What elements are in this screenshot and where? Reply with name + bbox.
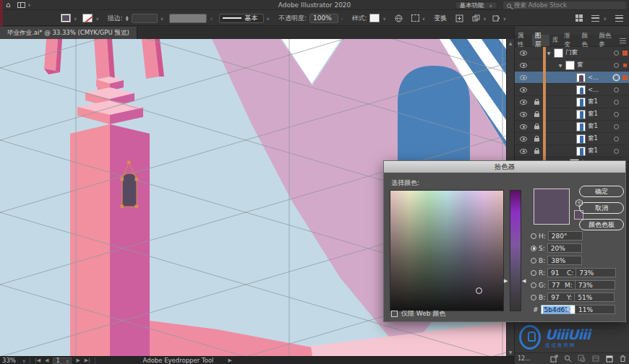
tab-properties[interactable]: 属性	[515, 35, 532, 46]
b-field[interactable]: 38%	[547, 256, 582, 265]
chevron-down-icon[interactable]: ∨	[22, 358, 25, 363]
collect-for-export-icon[interactable]	[550, 355, 558, 363]
color-swatches-button[interactable]: 颜色色板	[579, 219, 624, 230]
document-tab[interactable]: 毕业作业.ai* @ 33.33% (CMYK/GPU 预览)	[0, 27, 137, 39]
visibility-eye-icon[interactable]	[520, 100, 527, 105]
target-circle[interactable]	[614, 87, 619, 92]
opacity-field[interactable]: 100%	[309, 14, 338, 23]
y-field[interactable]: 51%	[574, 292, 615, 302]
layer-row[interactable]: 窗1	[515, 108, 629, 121]
layer-name[interactable]: 窗1	[588, 98, 598, 106]
tab-color-guide[interactable]: 颜色参	[596, 35, 619, 46]
chevron-down-icon[interactable]: ▼	[546, 51, 552, 56]
tab-gradient[interactable]: 渐变	[561, 35, 578, 46]
layer-row[interactable]: ▼ 门窗	[515, 47, 629, 59]
visibility-eye-icon[interactable]	[520, 124, 527, 129]
layer-name[interactable]: 窗	[577, 61, 583, 69]
document-list-icon[interactable]	[591, 15, 599, 22]
width-profile-dropdown[interactable]	[169, 14, 207, 23]
locate-object-icon[interactable]	[564, 355, 572, 363]
chevron-down-icon[interactable]: ∨	[483, 16, 486, 21]
target-circle[interactable]	[614, 112, 619, 117]
k-field[interactable]: 11%	[575, 305, 615, 314]
arrange-icon[interactable]	[472, 14, 480, 22]
chevron-down-icon[interactable]: ▼	[557, 63, 563, 68]
ok-button[interactable]: 确定	[579, 186, 624, 197]
radio-b2[interactable]	[531, 295, 536, 300]
target-circle[interactable]	[614, 100, 619, 105]
visibility-eye-icon[interactable]	[520, 136, 527, 142]
chevron-down-icon[interactable]: ∨	[422, 16, 425, 21]
radio-s[interactable]	[531, 246, 536, 251]
graphic-styles-icon[interactable]	[492, 14, 500, 22]
color-spectrum-slider[interactable]	[510, 190, 521, 311]
radio-b[interactable]	[531, 258, 536, 264]
select-similar-icon[interactable]	[411, 14, 419, 22]
dialog-titlebar[interactable]: 拾色器	[384, 161, 625, 173]
layer-row[interactable]: 窗1	[515, 133, 629, 145]
radio-h[interactable]	[531, 233, 536, 239]
m-field[interactable]: 73%	[575, 280, 615, 290]
layer-name[interactable]: 窗1	[588, 122, 598, 131]
layer-row[interactable]: ▼ 窗	[515, 59, 629, 72]
visibility-eye-icon[interactable]	[520, 51, 527, 56]
lock-icon[interactable]	[531, 99, 542, 105]
fill-color-swatch[interactable]	[61, 14, 71, 22]
align-icon[interactable]	[455, 14, 463, 22]
color-field-marker[interactable]	[476, 287, 482, 294]
artboard-navigation[interactable]: 1 ∨	[53, 358, 72, 364]
layer-name[interactable]: <...	[588, 86, 599, 93]
transform-button[interactable]: 变换	[434, 14, 447, 23]
new-sublayer-icon[interactable]	[591, 355, 599, 363]
target-circle[interactable]	[614, 136, 619, 142]
arrange-documents-grid-icon[interactable]	[575, 14, 583, 22]
lock-icon[interactable]	[531, 148, 542, 154]
panel-menu-icon[interactable]	[619, 35, 627, 46]
brush-definition-dropdown[interactable]: 基本	[219, 14, 264, 23]
selection-square[interactable]	[623, 64, 627, 67]
radio-r[interactable]	[531, 270, 536, 276]
chevron-down-icon[interactable]: ∨	[267, 16, 270, 21]
stroke-weight-field[interactable]	[132, 14, 158, 23]
stroke-color-swatch[interactable]	[82, 14, 93, 22]
cancel-button[interactable]: 取消	[579, 202, 624, 214]
lock-icon[interactable]	[531, 136, 542, 142]
selection-square[interactable]	[622, 75, 628, 80]
chevron-down-icon[interactable]: ∨	[503, 16, 506, 21]
target-circle[interactable]	[614, 63, 619, 68]
stock-search-input[interactable]: 搜索 Adobe Stock	[503, 1, 626, 9]
web-colors-only-checkbox[interactable]	[391, 311, 398, 317]
layer-name[interactable]: 窗1	[588, 110, 598, 118]
style-swatch[interactable]	[369, 14, 380, 22]
radio-g[interactable]	[531, 282, 536, 288]
new-layer-icon[interactable]	[605, 355, 613, 363]
slider-arrow-right[interactable]: ◀	[522, 279, 526, 284]
chevron-down-icon[interactable]: ∨	[604, 16, 607, 21]
layer-row[interactable]: <...	[515, 84, 629, 96]
slider-arrow-left[interactable]: ▶	[504, 279, 508, 284]
next-artboard-arrow[interactable]: ▶	[76, 358, 80, 363]
menu-icon[interactable]	[615, 15, 623, 22]
tab-libraries[interactable]: 库	[549, 35, 562, 46]
h-field[interactable]: 280°	[548, 231, 583, 240]
document-setup-icon[interactable]	[395, 14, 403, 22]
layer-name[interactable]: 窗1	[588, 134, 598, 143]
target-circle[interactable]	[614, 124, 619, 129]
first-artboard-arrow[interactable]: |◀	[35, 358, 40, 363]
tab-color[interactable]: 颜色	[578, 35, 596, 46]
scroll-up-arrow[interactable]: ▲	[509, 40, 513, 46]
opacity-flyout-arrow[interactable]: ›	[341, 16, 343, 21]
layer-name[interactable]: 门窗	[565, 48, 578, 57]
status-flyout-arrow[interactable]: ▶	[228, 358, 231, 363]
lock-icon[interactable]	[531, 124, 542, 129]
zoom-level[interactable]: 33%	[2, 357, 16, 364]
visibility-eye-icon[interactable]	[520, 75, 527, 80]
current-tool-label[interactable]: Adobe Eyedropper Tool	[143, 357, 214, 364]
visibility-eye-icon[interactable]	[520, 149, 527, 154]
lock-icon[interactable]	[531, 111, 542, 117]
workspace-switcher[interactable]: 基本功能 ∨	[455, 1, 497, 9]
make-mask-icon[interactable]	[578, 355, 586, 363]
target-circle[interactable]	[614, 51, 619, 56]
last-artboard-arrow[interactable]: ▶|	[85, 358, 90, 363]
selection-square[interactable]	[622, 51, 628, 56]
